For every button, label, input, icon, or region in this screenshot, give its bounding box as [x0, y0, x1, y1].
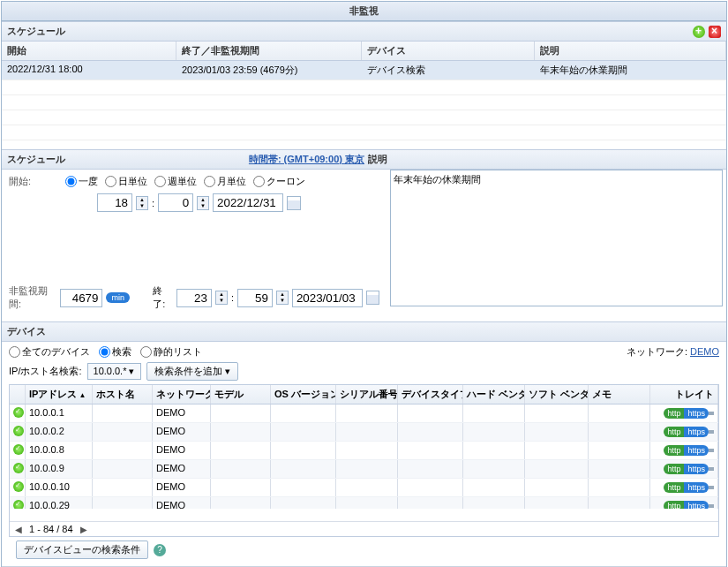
- https-badge: https: [684, 445, 709, 456]
- schedule-grid-body: 2022/12/31 18:00 2023/01/03 23:59 (4679分…: [2, 61, 726, 149]
- end-hour-stepper[interactable]: ▲▼: [215, 291, 228, 305]
- table-row[interactable]: 10.0.0.2DEMOhttphttps: [10, 423, 718, 442]
- col-os[interactable]: OS バージョン: [271, 385, 336, 404]
- table-row[interactable]: 10.0.0.1DEMOhttphttps: [10, 404, 718, 423]
- col-serial[interactable]: シリアル番号: [336, 385, 398, 404]
- cell-ip: 10.0.0.1: [26, 404, 93, 422]
- schedule-row-empty: [2, 80, 726, 95]
- https-badge: https: [684, 427, 709, 437]
- cell-trait: httphttps: [650, 442, 718, 459]
- desc-edit-title: 説明: [368, 154, 387, 164]
- cell-device: デバイス検索: [362, 61, 535, 79]
- col-model[interactable]: モデル: [211, 385, 271, 404]
- cell-trait: httphttps: [650, 404, 718, 422]
- col-type[interactable]: デバイスタイプ: [398, 385, 463, 404]
- col-memo[interactable]: メモ: [589, 385, 650, 404]
- radio-monthly[interactable]: 月単位: [204, 175, 246, 188]
- cell-host: [93, 404, 153, 422]
- min-badge: min: [106, 292, 130, 303]
- table-row[interactable]: 10.0.0.29DEMOhttphttps: [10, 497, 718, 509]
- col-start[interactable]: 開始: [2, 42, 176, 60]
- add-condition-button[interactable]: 検索条件を追加 ▾: [146, 362, 238, 381]
- device-view-conditions-button[interactable]: デバイスビューの検索条件: [16, 541, 148, 559]
- start-min-stepper[interactable]: ▲▼: [197, 196, 209, 210]
- cell-end: 2023/01/03 23:59 (4679分): [176, 61, 362, 79]
- http-badge: http: [664, 427, 684, 437]
- http-badge: http: [664, 408, 684, 419]
- cell-desc: 年末年始の休業期間: [535, 61, 726, 79]
- search-value-dropdown[interactable]: 10.0.0.* ▾: [87, 363, 141, 380]
- radio-cron[interactable]: クーロン: [253, 175, 305, 188]
- radio-once[interactable]: 一度: [65, 175, 98, 188]
- http-badge: http: [664, 445, 684, 456]
- cell-net: DEMO: [153, 423, 211, 441]
- network-link[interactable]: DEMO: [690, 346, 719, 357]
- calendar-icon[interactable]: [366, 291, 379, 305]
- cell-ip: 10.0.0.8: [26, 442, 93, 459]
- table-row[interactable]: 10.0.0.9DEMOhttphttps: [10, 460, 718, 479]
- start-hour-input[interactable]: [97, 193, 132, 212]
- start-date-input[interactable]: [213, 193, 283, 212]
- end-min-input[interactable]: [237, 289, 273, 307]
- col-hw[interactable]: ハード ベンダ...: [463, 385, 525, 404]
- device-table-body[interactable]: 10.0.0.1DEMOhttphttps10.0.0.2DEMOhttphtt…: [10, 404, 718, 509]
- recurrence-radio-group: 一度 日単位 週単位 月単位 クーロン: [65, 175, 305, 188]
- status-ok-icon: [13, 444, 24, 455]
- radio-daily[interactable]: 日単位: [105, 175, 147, 188]
- https-badge: https: [684, 482, 709, 493]
- schedule-row-empty: [2, 95, 726, 110]
- horizontal-scrollbar[interactable]: [10, 509, 718, 521]
- device-table-header: IPアドレス▲ ホスト名 ネットワーク モデル OS バージョン シリアル番号 …: [10, 385, 718, 404]
- end-date-input[interactable]: [292, 289, 363, 307]
- start-hour-stepper[interactable]: ▲▼: [136, 196, 148, 210]
- schedule-row[interactable]: 2022/12/31 18:00 2023/01/03 23:59 (4679分…: [2, 61, 726, 80]
- cell-trait: httphttps: [650, 497, 718, 509]
- table-row[interactable]: 10.0.0.8DEMOhttphttps: [10, 442, 718, 460]
- pager-prev-icon[interactable]: ◀: [15, 525, 22, 534]
- start-label: 開始:: [9, 175, 62, 188]
- cell-ip: 10.0.0.29: [26, 497, 93, 509]
- device-title: デバイス: [7, 325, 46, 338]
- device-header: デバイス: [2, 321, 726, 342]
- cell-net: DEMO: [153, 497, 211, 509]
- edit-header: スケジュール 時間帯: (GMT+09:00) 東京 説明: [2, 149, 726, 170]
- radio-weekly[interactable]: 週単位: [154, 175, 197, 188]
- add-icon[interactable]: [693, 26, 705, 38]
- help-icon[interactable]: ?: [154, 544, 166, 556]
- end-hour-input[interactable]: [176, 289, 212, 307]
- dialog-title: 非監視: [2, 2, 726, 21]
- https-badge: https: [684, 408, 709, 419]
- schedule-row-empty: [2, 125, 726, 140]
- table-row[interactable]: 10.0.0.10DEMOhttphttps: [10, 479, 718, 497]
- status-ok-icon: [13, 463, 24, 473]
- schedule-form: 開始: 一度 日単位 週単位 月単位 クーロン ▲▼ : ▲▼: [2, 170, 387, 321]
- duration-label: 非監視期間:: [9, 284, 56, 311]
- duration-input[interactable]: [60, 289, 102, 307]
- col-device[interactable]: デバイス: [362, 42, 535, 60]
- calendar-icon[interactable]: [287, 196, 301, 210]
- status-ok-icon: [13, 500, 24, 509]
- col-desc[interactable]: 説明: [535, 42, 726, 60]
- col-net[interactable]: ネットワーク: [153, 385, 211, 404]
- description-textarea[interactable]: 年末年始の休業期間: [390, 170, 723, 306]
- col-trait[interactable]: トレイト: [650, 385, 718, 404]
- device-table: IPアドレス▲ ホスト名 ネットワーク モデル OS バージョン シリアル番号 …: [9, 384, 719, 537]
- col-host[interactable]: ホスト名: [93, 385, 153, 404]
- end-min-stepper[interactable]: ▲▼: [276, 291, 289, 305]
- col-end[interactable]: 終了／非監視期間: [176, 42, 362, 60]
- cell-host: [93, 423, 153, 441]
- radio-all-devices[interactable]: 全てのデバイス: [9, 345, 90, 359]
- col-status[interactable]: [10, 385, 26, 404]
- col-sw[interactable]: ソフト ベンダ...: [525, 385, 589, 404]
- start-min-input[interactable]: [158, 193, 193, 212]
- radio-search[interactable]: 検索: [99, 345, 131, 359]
- schedule-list-title: スケジュール: [7, 25, 65, 38]
- pager-next-icon[interactable]: ▶: [80, 525, 87, 534]
- timezone-link[interactable]: 時間帯: (GMT+09:00) 東京: [249, 153, 364, 166]
- status-ok-icon: [13, 481, 24, 492]
- delete-icon[interactable]: [709, 26, 721, 38]
- schedule-row-empty: [2, 110, 726, 125]
- radio-static[interactable]: 静的リスト: [140, 345, 202, 359]
- col-ip[interactable]: IPアドレス▲: [26, 385, 93, 404]
- cell-start: 2022/12/31 18:00: [2, 61, 176, 79]
